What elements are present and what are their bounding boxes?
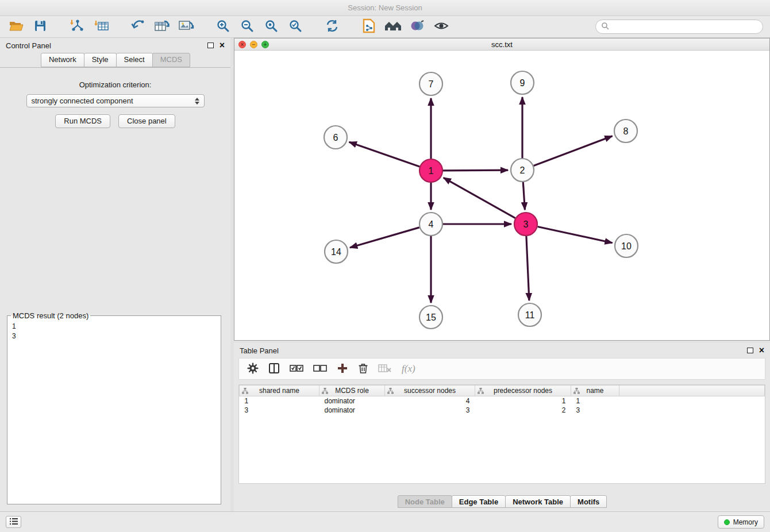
graph-edge-3-10[interactable] bbox=[538, 227, 613, 243]
table-cell[interactable]: 3 bbox=[385, 406, 475, 415]
search-field[interactable] bbox=[595, 20, 763, 34]
graph-node-11[interactable]: 11 bbox=[518, 303, 541, 326]
table-cell[interactable]: dominator bbox=[319, 406, 385, 415]
table-cell[interactable]: 1 bbox=[475, 396, 571, 406]
graph-node-9[interactable]: 9 bbox=[511, 71, 534, 94]
export-image-button[interactable] bbox=[177, 18, 195, 36]
graph-node-10[interactable]: 10 bbox=[615, 234, 638, 257]
svg-text:8: 8 bbox=[623, 126, 629, 136]
graph-node-4[interactable]: 4 bbox=[419, 213, 442, 236]
column-header-shared-name[interactable]: shared name bbox=[240, 385, 319, 396]
graph-edge-2-8[interactable] bbox=[534, 136, 613, 166]
column-header-MCDS-role[interactable]: MCDS role bbox=[319, 385, 385, 396]
refresh-layout-button[interactable] bbox=[323, 18, 341, 36]
style-venn-button[interactable] bbox=[408, 18, 426, 36]
settings-gear-icon[interactable] bbox=[247, 363, 259, 376]
network-window-titlebar[interactable]: scc.txt bbox=[234, 38, 769, 51]
table-cell[interactable]: 3 bbox=[571, 406, 619, 415]
tab-network-table[interactable]: Network Table bbox=[505, 495, 571, 508]
mcds-result-list[interactable]: 1 3 bbox=[7, 320, 221, 343]
table-toolbar: f(x) bbox=[238, 358, 765, 380]
function-builder-icon: f(x) bbox=[402, 363, 415, 375]
select-all-icon[interactable] bbox=[290, 364, 303, 374]
graph-node-2[interactable]: 2 bbox=[511, 159, 534, 182]
graph-edge-2-3[interactable] bbox=[523, 182, 525, 210]
show-hide-button[interactable] bbox=[432, 18, 451, 36]
column-type-icon bbox=[387, 388, 394, 396]
window-titlebar[interactable]: Session: New Session bbox=[0, 0, 770, 16]
memory-button[interactable]: Memory bbox=[718, 515, 764, 529]
svg-text:15: 15 bbox=[426, 313, 436, 322]
close-table-panel-icon[interactable]: × bbox=[759, 346, 764, 354]
close-panel-icon[interactable]: × bbox=[220, 41, 225, 49]
table-cell[interactable]: 2 bbox=[475, 406, 571, 415]
column-header-predecessor-nodes[interactable]: predecessor nodes bbox=[475, 385, 571, 396]
task-history-button[interactable] bbox=[6, 516, 21, 528]
table-row[interactable]: 3dominator323 bbox=[240, 406, 765, 415]
tab-network[interactable]: Network bbox=[41, 53, 84, 67]
graph-edge-3-1[interactable] bbox=[444, 178, 515, 218]
float-panel-icon[interactable] bbox=[207, 43, 214, 48]
optimization-criterion-select[interactable]: strongly connected component bbox=[26, 94, 205, 107]
table-cell[interactable]: 3 bbox=[240, 406, 319, 415]
svg-text:3: 3 bbox=[523, 219, 529, 229]
svg-text:4: 4 bbox=[429, 219, 434, 229]
graph-edge-4-14[interactable] bbox=[350, 228, 419, 248]
close-window-icon[interactable] bbox=[238, 41, 246, 48]
zoom-out-button[interactable] bbox=[238, 18, 256, 36]
tab-select[interactable]: Select bbox=[116, 53, 153, 67]
delete-column-icon[interactable] bbox=[358, 363, 368, 376]
column-header-successor-nodes[interactable]: successor nodes bbox=[385, 385, 475, 396]
add-column-icon[interactable] bbox=[337, 363, 348, 376]
zoom-window-icon[interactable] bbox=[261, 41, 269, 48]
export-table-button[interactable] bbox=[153, 18, 171, 36]
graph-node-7[interactable]: 7 bbox=[419, 72, 442, 95]
eye-icon bbox=[434, 21, 449, 33]
column-header-filler bbox=[619, 385, 765, 396]
graph-node-15[interactable]: 15 bbox=[419, 306, 442, 329]
control-panel-tabs: Network Style Select MCDS bbox=[0, 53, 230, 67]
tab-edge-table[interactable]: Edge Table bbox=[452, 495, 506, 508]
tab-motifs[interactable]: Motifs bbox=[570, 495, 607, 508]
graph-edge-3-11[interactable] bbox=[526, 236, 529, 300]
tab-node-table[interactable]: Node Table bbox=[398, 495, 452, 508]
tab-mcds[interactable]: MCDS bbox=[152, 53, 190, 67]
import-network-button[interactable] bbox=[68, 18, 86, 36]
run-mcds-button[interactable]: Run MCDS bbox=[55, 114, 110, 128]
deselect-all-icon[interactable] bbox=[313, 364, 327, 374]
import-table-button[interactable] bbox=[92, 18, 110, 36]
table-cell[interactable]: 1 bbox=[240, 396, 319, 406]
float-table-panel-icon[interactable] bbox=[747, 348, 753, 353]
zoom-fit-button[interactable] bbox=[262, 18, 280, 36]
save-session-button[interactable] bbox=[31, 18, 49, 36]
graph-node-14[interactable]: 14 bbox=[325, 240, 348, 263]
search-input[interactable] bbox=[613, 22, 757, 31]
table-cell[interactable]: 4 bbox=[385, 396, 475, 406]
zoom-in-button[interactable] bbox=[214, 18, 232, 36]
column-label: successor nodes bbox=[404, 387, 456, 395]
close-panel-button[interactable]: Close panel bbox=[118, 114, 175, 128]
list-icon bbox=[10, 518, 18, 526]
graph-node-6[interactable]: 6 bbox=[324, 126, 347, 149]
table-cell[interactable]: 1 bbox=[571, 396, 619, 406]
graph-node-3[interactable]: 3 bbox=[514, 213, 537, 236]
column-label: name bbox=[586, 387, 603, 395]
graph-node-8[interactable]: 8 bbox=[614, 119, 637, 142]
network-canvas[interactable]: 7968124314101511 bbox=[234, 51, 769, 340]
column-header-name[interactable]: name bbox=[571, 385, 619, 396]
open-session-button[interactable] bbox=[7, 18, 25, 36]
home-button[interactable] bbox=[384, 18, 402, 36]
show-columns-icon[interactable] bbox=[268, 363, 280, 376]
minimize-window-icon[interactable] bbox=[250, 41, 257, 48]
network-document-button[interactable] bbox=[360, 18, 378, 36]
zoom-selected-button[interactable] bbox=[286, 18, 305, 36]
graph-node-1[interactable]: 1 bbox=[419, 159, 442, 182]
mcds-result-item: 1 bbox=[12, 322, 216, 331]
graph-edge-1-6[interactable] bbox=[349, 142, 420, 167]
curved-arrow-network-icon bbox=[130, 19, 145, 34]
graph-edge-1-2[interactable] bbox=[443, 170, 508, 171]
table-cell[interactable]: dominator bbox=[319, 396, 385, 406]
network-from-selection-button[interactable] bbox=[129, 18, 147, 36]
table-row[interactable]: 1dominator411 bbox=[240, 396, 765, 406]
tab-style[interactable]: Style bbox=[84, 53, 117, 67]
